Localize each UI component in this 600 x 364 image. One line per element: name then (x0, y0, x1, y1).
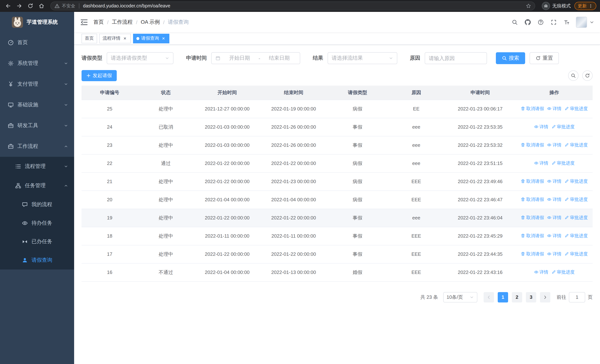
github-icon[interactable] (524, 19, 531, 26)
row-action-progress[interactable]: 审批进度 (551, 269, 575, 275)
apply-time-label: 申请时间 (186, 55, 207, 62)
row-action-detail[interactable]: 详情 (547, 142, 562, 148)
page-button-3[interactable]: 3 (526, 292, 536, 302)
row-action-detail[interactable]: 详情 (547, 178, 562, 185)
row-action-cancel[interactable]: 取消请假 (521, 142, 544, 148)
row-action-progress[interactable]: 审批进度 (551, 124, 575, 130)
sidebar-item-workflow[interactable]: 工作流程 (0, 136, 74, 157)
row-action-detail[interactable]: 详情 (534, 160, 548, 167)
row-action-detail[interactable]: 详情 (547, 106, 562, 112)
cell-end-time: 2022-01-22 00:00:00 (260, 245, 327, 263)
security-chip[interactable]: 不安全 (62, 3, 75, 9)
cell-end-time: 2022-01-13 00:00:00 (260, 263, 327, 281)
page-size-select[interactable]: 10条/页 (443, 292, 477, 302)
col-leave-type: 请假类型 (327, 86, 388, 100)
close-icon[interactable]: × (161, 36, 166, 41)
row-action-progress[interactable]: 审批进度 (564, 106, 588, 112)
font-size-icon[interactable] (563, 19, 570, 26)
browser-back-button[interactable] (3, 1, 13, 11)
help-icon[interactable] (537, 19, 544, 26)
row-action-cancel[interactable]: 取消请假 (521, 106, 544, 112)
app-logo[interactable]: 芋道管理系统 (0, 12, 74, 32)
row-action-progress[interactable]: 审批进度 (564, 142, 588, 148)
toggle-search-button[interactable] (568, 70, 579, 81)
eye-icon (547, 252, 552, 256)
eye-icon (547, 143, 552, 147)
page-button-2[interactable]: 2 (512, 292, 522, 302)
row-action-progress[interactable]: 审批进度 (564, 251, 588, 257)
browser-update-button[interactable]: 更新 (574, 2, 596, 10)
menu-fold-icon[interactable] (80, 18, 88, 26)
url-bar[interactable]: 不安全 dashboard.yudao.iocoder.cn/bpm/oa/le… (50, 1, 535, 10)
row-action-detail[interactable]: 详情 (534, 269, 548, 275)
row-action-cancel[interactable]: 取消请假 (521, 233, 544, 239)
result-select[interactable]: 请选择流结果 (328, 52, 397, 64)
breadcrumb-item-workflow[interactable]: 工作流程 (112, 19, 133, 25)
row-action-detail[interactable]: 详情 (547, 215, 562, 221)
sidebar-item-system[interactable]: 系统管理 (0, 53, 74, 74)
reason-input[interactable] (425, 52, 487, 64)
cell-actions: 取消请假详情审批进度 (516, 245, 593, 263)
tab-leave-query[interactable]: 请假查询 × (133, 34, 169, 43)
start-date-input[interactable]: 开始日期 (223, 55, 256, 62)
browser-menu-icon[interactable] (589, 4, 593, 8)
sidebar-item-my-process[interactable]: 我的流程 (0, 195, 74, 214)
cell-end-time: 2022-01-26 00:00:00 (260, 118, 327, 136)
row-action-progress[interactable]: 审批进度 (564, 196, 588, 203)
refresh-table-button[interactable] (582, 70, 593, 81)
row-action-progress[interactable]: 审批进度 (564, 215, 588, 221)
fullscreen-icon[interactable] (550, 19, 557, 26)
tab-process-detail[interactable]: 流程详情 × (99, 34, 131, 43)
sidebar-item-home[interactable]: 首页 (0, 32, 74, 53)
leave-type-select[interactable]: 请选择请假类型 (107, 52, 173, 64)
goto-page-input[interactable] (569, 292, 585, 302)
cell-status: 不通过 (138, 263, 194, 281)
sidebar-item-infra[interactable]: 基础设施 (0, 94, 74, 115)
sidebar-item-devtools[interactable]: 研发工具 (0, 115, 74, 136)
row-action-detail[interactable]: 详情 (547, 233, 562, 239)
sidebar-item-process-management[interactable]: 流程管理 (0, 157, 74, 176)
cell-apply-id: 21 (82, 172, 138, 191)
row-action-progress[interactable]: 审批进度 (564, 233, 588, 239)
apply-time-range-picker[interactable]: 开始日期 - 结束日期 (211, 52, 300, 64)
active-tab-dot (136, 37, 139, 40)
close-icon[interactable]: × (122, 36, 128, 41)
row-action-detail[interactable]: 详情 (547, 251, 562, 257)
breadcrumb-item-home[interactable]: 首页 (94, 19, 104, 25)
browser-reload-button[interactable] (25, 1, 36, 11)
row-action-detail[interactable]: 详情 (534, 124, 548, 130)
next-page-button[interactable] (540, 292, 550, 302)
sidebar-item-todo-task[interactable]: 待办任务 (0, 214, 74, 233)
row-action-cancel[interactable]: 取消请假 (521, 178, 544, 185)
row-action-progress[interactable]: 审批进度 (551, 160, 575, 167)
user-icon (21, 257, 28, 263)
cell-apply-time: 2022-01-22 23:44:35 (444, 245, 516, 263)
prev-page-button[interactable] (484, 292, 494, 302)
breadcrumb-item-oa[interactable]: OA 示例 (141, 19, 160, 25)
bookmark-star-icon[interactable] (526, 3, 531, 9)
sidebar-item-done-task[interactable]: 已办任务 (0, 233, 74, 251)
logo-avatar (12, 17, 23, 28)
table-row: 16 不通过 2022-01-04 00:00:00 2022-01-13 00… (82, 263, 593, 281)
row-action-cancel[interactable]: 取消请假 (521, 196, 544, 203)
sidebar-item-payment[interactable]: 支付管理 (0, 74, 74, 94)
cell-leave-type: 婚假 (327, 263, 388, 281)
row-action-cancel[interactable]: 取消请假 (521, 251, 544, 257)
cell-apply-time: 2022-01-22 23:46:04 (444, 209, 516, 227)
row-action-progress[interactable]: 审批进度 (564, 178, 588, 185)
browser-forward-button[interactable] (14, 1, 24, 11)
end-date-input[interactable]: 结束日期 (262, 55, 296, 62)
sidebar-item-task-management[interactable]: 任务管理 (0, 176, 74, 195)
tab-home[interactable]: 首页 (82, 34, 97, 43)
user-menu[interactable] (576, 17, 594, 28)
cell-apply-time: 2022-01-22 23:53:35 (444, 118, 516, 136)
reset-button[interactable]: 重置 (530, 52, 559, 64)
search-icon[interactable] (511, 19, 518, 26)
create-leave-button[interactable]: 发起请假 (82, 70, 117, 81)
page-button-1[interactable]: 1 (498, 292, 508, 302)
sidebar-item-leave-query[interactable]: 请假查询 (0, 251, 74, 270)
row-action-detail[interactable]: 详情 (547, 196, 562, 203)
row-action-cancel[interactable]: 取消请假 (521, 215, 544, 221)
browser-home-button[interactable] (36, 1, 47, 11)
search-button[interactable]: 搜索 (496, 52, 525, 64)
